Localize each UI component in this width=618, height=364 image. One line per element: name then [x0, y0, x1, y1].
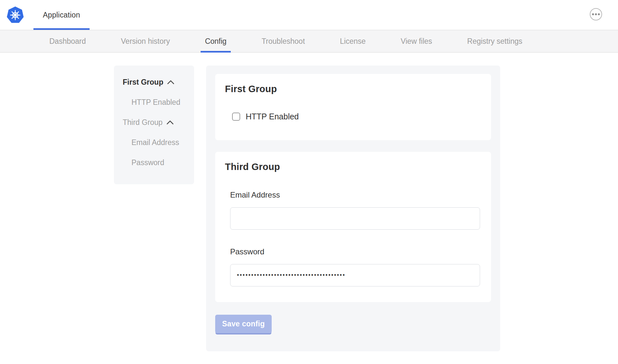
kubernetes-logo-icon	[6, 6, 24, 24]
http-enabled-checkbox[interactable]	[232, 113, 240, 121]
app-tab-application[interactable]: Application	[43, 0, 80, 30]
sidebar-item-third-group[interactable]: Third Group	[114, 112, 194, 132]
sidebar-item-label: First Group	[123, 78, 163, 87]
http-enabled-label[interactable]: HTTP Enabled	[246, 112, 299, 121]
sidebar-item-first-group[interactable]: First Group	[114, 72, 194, 92]
chevron-up-icon[interactable]	[167, 80, 174, 84]
tab-bar: Dashboard Version history Config Trouble…	[0, 30, 618, 53]
config-group-card-first: First Group HTTP Enabled	[215, 74, 491, 140]
app-tab-label: Application	[43, 11, 80, 19]
config-group-nav: First Group HTTP Enabled Third Group Ema…	[114, 66, 194, 184]
tab-registry-settings[interactable]: Registry settings	[467, 30, 522, 52]
sidebar-item-label: Password	[131, 158, 164, 167]
password-field-block: Password	[230, 247, 481, 286]
group-title: Third Group	[225, 162, 481, 172]
sidebar-item-http-enabled[interactable]: HTTP Enabled	[114, 92, 194, 112]
save-config-button[interactable]: Save config	[215, 315, 272, 333]
sidebar-item-password[interactable]: Password	[114, 152, 194, 173]
config-form-panel: First Group HTTP Enabled Third Group Ema…	[206, 66, 500, 351]
sidebar-item-label: Third Group	[123, 118, 163, 127]
email-address-field-block: Email Address	[230, 190, 481, 230]
http-enabled-row: HTTP Enabled	[232, 112, 481, 121]
sidebar-item-label: HTTP Enabled	[131, 98, 180, 107]
tab-config[interactable]: Config	[205, 30, 226, 52]
more-options-icon[interactable]	[590, 8, 602, 20]
password-input[interactable]	[230, 264, 480, 286]
config-page: First Group HTTP Enabled Third Group Ema…	[0, 53, 618, 351]
password-label: Password	[230, 247, 481, 256]
sidebar-item-email-address[interactable]: Email Address	[114, 132, 194, 152]
config-group-card-third: Third Group Email Address Password	[215, 152, 491, 302]
tab-license[interactable]: License	[340, 30, 365, 52]
app-header: Application	[0, 0, 618, 30]
tab-view-files[interactable]: View files	[401, 30, 432, 52]
tab-version-history[interactable]: Version history	[121, 30, 170, 52]
group-title: First Group	[225, 84, 481, 94]
kubernetes-logo	[6, 6, 24, 24]
chevron-up-icon[interactable]	[167, 120, 174, 125]
tab-dashboard[interactable]: Dashboard	[49, 30, 86, 52]
sidebar-item-label: Email Address	[131, 138, 179, 147]
tab-troubleshoot[interactable]: Troubleshoot	[262, 30, 305, 52]
email-address-input[interactable]	[230, 207, 480, 230]
email-address-label: Email Address	[230, 190, 481, 200]
